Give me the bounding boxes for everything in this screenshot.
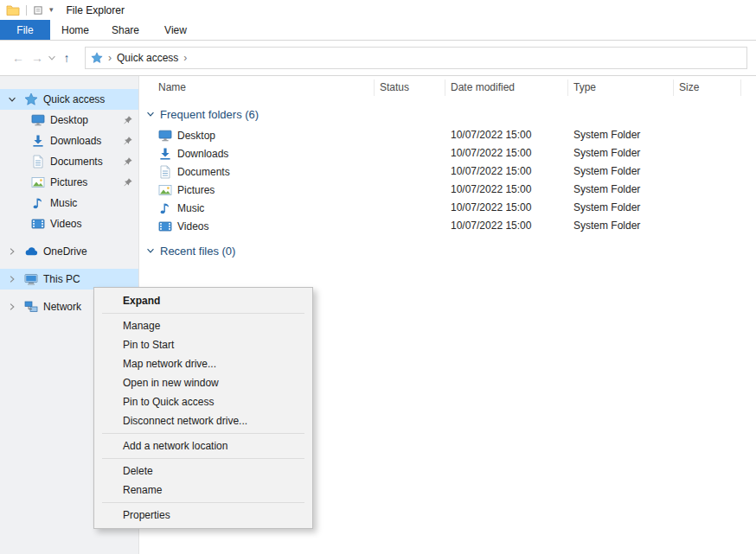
pin-icon	[123, 177, 133, 188]
menu-item-map-network-drive[interactable]: Map network drive...	[94, 354, 312, 373]
file-type: System Folder	[568, 181, 674, 199]
desktop-icon	[158, 129, 172, 143]
group-header-label: Frequent folders (6)	[160, 108, 259, 121]
menu-separator	[102, 313, 304, 314]
menu-item-pin-to-start[interactable]: Pin to Start	[94, 335, 312, 354]
file-size	[674, 144, 741, 162]
file-row-documents[interactable]: Documents 10/07/2022 15:00 System Folder	[139, 162, 756, 181]
back-button[interactable]: ←	[9, 51, 28, 65]
file-row-desktop[interactable]: Desktop 10/07/2022 15:00 System Folder	[139, 126, 756, 144]
qat-properties-icon[interactable]	[33, 5, 43, 16]
videos-icon	[158, 220, 172, 233]
documents-icon	[158, 165, 172, 179]
file-size	[674, 217, 741, 235]
pin-icon	[123, 156, 133, 167]
menu-item-add-network-location[interactable]: Add a network location	[94, 436, 312, 455]
sidebar-item-onedrive[interactable]: OneDrive	[0, 241, 138, 262]
file-explorer-window: ▾ File Explorer File Home Share View ← →…	[0, 0, 756, 554]
file-date-modified: 10/07/2022 15:00	[445, 217, 568, 235]
tab-view[interactable]: View	[151, 20, 201, 40]
file-size	[674, 199, 741, 217]
file-status	[375, 199, 445, 217]
file-date-modified: 10/07/2022 15:00	[445, 144, 568, 162]
menu-item-disconnect-network-drive[interactable]: Disconnect network drive...	[94, 411, 312, 430]
ribbon-tabs: File Home Share View	[0, 20, 756, 41]
column-header-type[interactable]: Type	[568, 80, 674, 96]
column-header-name[interactable]: Name	[153, 80, 375, 96]
file-row-pictures[interactable]: Pictures 10/07/2022 15:00 System Folder	[139, 181, 756, 199]
menu-item-expand[interactable]: Expand	[94, 291, 312, 310]
menu-item-rename[interactable]: Rename	[94, 481, 312, 500]
downloads-icon	[158, 147, 172, 161]
sidebar-item-videos[interactable]: Videos	[0, 213, 138, 234]
recent-locations-chevron-icon[interactable]	[47, 54, 57, 62]
file-status	[375, 126, 445, 144]
breadcrumb-chevron-icon[interactable]: ›	[108, 52, 112, 64]
sidebar-item-quick-access[interactable]: Quick access	[0, 89, 138, 110]
column-header-size[interactable]: Size	[674, 80, 741, 96]
file-name: Music	[177, 202, 204, 214]
file-type: System Folder	[568, 199, 674, 217]
forward-button[interactable]: →	[28, 51, 47, 65]
qat-divider	[26, 5, 27, 16]
address-bar[interactable]: › Quick access ›	[85, 47, 747, 69]
group-header-label: Recent files (0)	[160, 245, 235, 258]
app-folder-icon	[6, 3, 20, 17]
sidebar-item-pictures[interactable]: Pictures	[0, 172, 138, 193]
menu-separator	[102, 458, 304, 459]
file-status	[375, 162, 445, 181]
sidebar-item-downloads[interactable]: Downloads	[0, 131, 138, 151]
chevron-down-icon[interactable]	[146, 110, 155, 118]
navigation-bar: ← → ↑ › Quick access ›	[0, 41, 756, 76]
file-status	[375, 144, 445, 162]
tab-share[interactable]: Share	[100, 20, 151, 40]
file-type: System Folder	[568, 162, 674, 181]
file-status	[375, 181, 445, 199]
column-headers: Name Status Date modified Type Size	[139, 76, 756, 99]
file-name: Downloads	[177, 148, 228, 160]
column-header-status[interactable]: Status	[375, 80, 445, 96]
tab-home[interactable]: Home	[50, 20, 100, 40]
file-row-videos[interactable]: Videos 10/07/2022 15:00 System Folder	[139, 217, 756, 235]
menu-item-delete[interactable]: Delete	[94, 462, 312, 481]
file-date-modified: 10/07/2022 15:00	[445, 199, 568, 217]
downloads-icon	[31, 134, 45, 148]
sidebar-item-label: Documents	[50, 156, 103, 168]
menu-separator	[102, 433, 304, 434]
file-size	[674, 181, 741, 199]
sidebar-item-documents[interactable]: Documents	[0, 151, 138, 172]
file-size	[674, 126, 741, 144]
menu-item-properties[interactable]: Properties	[94, 506, 312, 525]
breadcrumb-quick-access[interactable]: Quick access	[117, 52, 178, 64]
chevron-down-icon[interactable]	[8, 95, 16, 104]
file-row-music[interactable]: Music 10/07/2022 15:00 System Folder	[139, 199, 756, 217]
breadcrumb-chevron-icon[interactable]: ›	[183, 52, 187, 64]
sidebar-item-desktop[interactable]: Desktop	[0, 110, 138, 131]
file-type: System Folder	[568, 126, 674, 144]
file-name: Desktop	[177, 130, 215, 142]
file-row-downloads[interactable]: Downloads 10/07/2022 15:00 System Folder	[139, 144, 756, 162]
chevron-right-icon[interactable]	[8, 247, 16, 256]
menu-item-open-in-new-window[interactable]: Open in new window	[94, 373, 312, 392]
file-status	[375, 217, 445, 235]
menu-item-manage[interactable]: Manage	[94, 316, 312, 335]
pictures-icon	[31, 175, 45, 189]
sidebar-item-music[interactable]: Music	[0, 193, 138, 213]
chevron-right-icon[interactable]	[8, 302, 16, 311]
chevron-down-icon[interactable]	[146, 246, 155, 255]
quick-access-icon	[24, 92, 38, 106]
window-title: File Explorer	[67, 4, 125, 16]
group-header-frequent-folders[interactable]: Frequent folders (6)	[146, 105, 756, 123]
chevron-right-icon[interactable]	[8, 275, 16, 283]
file-name: Videos	[177, 220, 208, 232]
sidebar-item-label: Videos	[50, 218, 81, 230]
pictures-icon	[158, 183, 172, 197]
column-header-date-modified[interactable]: Date modified	[445, 80, 568, 96]
group-header-recent-files[interactable]: Recent files (0)	[146, 242, 756, 259]
up-button[interactable]: ↑	[57, 51, 76, 65]
desktop-icon	[31, 113, 45, 127]
tab-file[interactable]: File	[0, 20, 50, 40]
qat-dropdown-icon[interactable]: ▾	[49, 6, 54, 14]
menu-item-pin-to-quick-access[interactable]: Pin to Quick access	[94, 392, 312, 411]
file-type: System Folder	[568, 217, 674, 235]
